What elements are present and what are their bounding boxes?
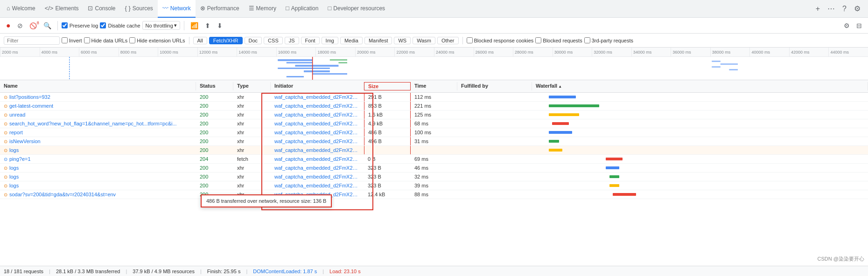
filter-doc-button[interactable]: Doc: [245, 37, 262, 44]
search-network-button[interactable]: 🔍: [41, 21, 54, 31]
header-fulfilled[interactable]: Fulfilled by: [457, 82, 532, 90]
tab-bar: ⌂ Welcome </> Elements ⊡ Console { } Sou…: [0, 0, 868, 18]
cell-name[interactable]: ⊙ isNewVersion: [0, 137, 196, 145]
table-row[interactable]: ⊙ report 200 xhr waf_captcha_embedded_d2…: [0, 128, 868, 137]
cell-name[interactable]: ⊙ list?positions=932: [0, 93, 196, 101]
network-conditions-button[interactable]: 📶: [188, 21, 201, 31]
invert-checkbox[interactable]: Invert: [62, 37, 82, 43]
table-row[interactable]: ⊙ list?positions=932 200 xhr waf_captcha…: [0, 93, 868, 102]
filter-all-button[interactable]: All: [193, 37, 207, 44]
header-initiator[interactable]: Initiator: [271, 82, 364, 90]
cell-fulfilled: [457, 110, 532, 119]
filter-ws-button[interactable]: WS: [394, 37, 411, 44]
tab-welcome[interactable]: ⌂ Welcome: [2, 0, 40, 18]
cell-name[interactable]: ⊙ get-latest-comment: [0, 102, 196, 110]
cell-name[interactable]: ⊙ logs: [0, 146, 196, 154]
ruler-tick: 10000 ms: [158, 48, 197, 57]
tab-memory[interactable]: ☰ Memory: [244, 0, 281, 18]
cell-status: 200: [196, 137, 233, 145]
focus-mode-button[interactable]: ⊟: [854, 21, 864, 31]
ruler-tick: 44000 ms: [828, 48, 868, 57]
cell-name[interactable]: ⊙ sodar?sv=200&tid=gda&tv=r20240314&st=e…: [0, 190, 196, 199]
header-status[interactable]: Status: [196, 82, 233, 90]
cell-name[interactable]: ⊙ search_hot_word?new_hot_flag=1&channel…: [0, 119, 196, 128]
import-button[interactable]: ⬆: [203, 21, 213, 31]
ruler-tick: 22000 ms: [394, 48, 434, 57]
tab-sources[interactable]: { } Sources: [120, 0, 158, 18]
tab-performance[interactable]: ⊗ Performance: [196, 0, 244, 18]
table-row[interactable]: ⊙ search_hot_word?new_hot_flag=1&channel…: [0, 119, 868, 128]
request-name: unread: [9, 112, 25, 117]
filter-manifest-button[interactable]: Manifest: [364, 37, 392, 44]
filter-img-button[interactable]: Img: [322, 37, 338, 44]
record-button[interactable]: ●: [4, 20, 13, 31]
stop-button[interactable]: ⊘: [15, 21, 25, 31]
network-icon: 〰: [162, 5, 168, 12]
filter-font-button[interactable]: Font: [301, 37, 320, 44]
tab-console[interactable]: ⊡ Console: [83, 0, 120, 18]
header-time[interactable]: Time: [411, 82, 457, 90]
table-row[interactable]: ⊙ isNewVersion 200 xhr waf_captcha_embed…: [0, 137, 868, 146]
export-button[interactable]: ⬇: [215, 21, 225, 31]
cell-name[interactable]: ⊙ logs: [0, 181, 196, 190]
third-party-requests-checkbox[interactable]: 3rd-party requests: [584, 37, 633, 43]
cell-fulfilled: [457, 190, 532, 199]
preserve-log-checkbox[interactable]: Preserve log: [62, 22, 98, 28]
table-row[interactable]: ⊙ ping?e=1 204 fetch waf_captcha_embedde…: [0, 155, 868, 164]
devtools-settings-button[interactable]: ⚙: [841, 21, 852, 31]
filter-fetchxhr-button[interactable]: Fetch/XHR: [209, 37, 243, 44]
blocked-response-cookies-checkbox[interactable]: Blocked response cookies: [467, 37, 534, 43]
ruler-tick: 14000 ms: [237, 48, 276, 57]
cell-size: 323 B: [364, 172, 411, 181]
cell-size: 323 B: [364, 164, 411, 172]
filter-wasm-button[interactable]: Wasm: [413, 37, 435, 44]
cell-name[interactable]: ⊙ unread: [0, 110, 196, 119]
filter-css-button[interactable]: CSS: [264, 37, 283, 44]
table-row[interactable]: ⊙ logs 200 xhr waf_captcha_embedded_d2Fm…: [0, 164, 868, 172]
cell-name[interactable]: ⊙ logs: [0, 172, 196, 181]
timeline-waterfall[interactable]: [0, 57, 868, 80]
tab-network[interactable]: 〰 Network: [158, 0, 196, 18]
waterfall-bar: [613, 193, 636, 196]
cell-initiator: waf_captcha_embedded_d2FmX2Nh.: [271, 128, 364, 137]
hide-extension-urls-checkbox[interactable]: Hide extension URLs: [129, 37, 185, 43]
svg-rect-4: [304, 70, 330, 72]
cell-name[interactable]: ⊙ logs: [0, 164, 196, 172]
tab-elements[interactable]: </> Elements: [40, 0, 84, 18]
tab-devresources[interactable]: □ Developer resources: [323, 0, 390, 18]
table-row[interactable]: ⊙ unread 200 xhr waf_captcha_embedded_d2…: [0, 110, 868, 119]
table-row[interactable]: ⊙ sodar?sv=200&tid=gda&tv=r20240314&st=e…: [0, 190, 868, 199]
filter-media-button[interactable]: Media: [340, 37, 363, 44]
table-row[interactable]: ⊙ logs 200 xhr waf_captcha_embedded_d2Fm…: [0, 146, 868, 155]
throttle-select[interactable]: No throttling ▾: [142, 21, 180, 30]
header-waterfall[interactable]: Waterfall: [532, 82, 868, 90]
header-size[interactable]: Size: [364, 82, 411, 90]
header-type[interactable]: Type: [233, 82, 271, 90]
cell-initiator: waf_captcha_embedded_d2FmX2Nh.: [271, 119, 364, 128]
clear-button[interactable]: 🚫8: [27, 21, 39, 31]
more-options-button[interactable]: ⋯: [826, 2, 837, 15]
cell-name[interactable]: ⊙ ping?e=1: [0, 155, 196, 163]
toolbar: ● ⊘ 🚫8 🔍 Preserve log Disable cache No t…: [0, 18, 868, 34]
disable-cache-checkbox[interactable]: Disable cache: [100, 22, 140, 28]
filter-other-button[interactable]: Other: [437, 37, 459, 44]
table-row[interactable]: ⊙ logs 200 xhr waf_captcha_embedded_d2Fm…: [0, 181, 868, 190]
cell-initiator: waf_captcha_embedded_d2FmX2Nh.: [271, 172, 364, 181]
header-name[interactable]: Name: [0, 82, 196, 90]
toolbar-separator-2: [184, 21, 184, 30]
filter-input[interactable]: [4, 36, 60, 45]
cell-name[interactable]: ⊙ report: [0, 128, 196, 137]
cell-initiator: waf_captcha_embedded_d2FmX2Nh.: [271, 155, 364, 163]
table-row[interactable]: ⊙ logs 200 xhr waf_captcha_embedded_d2Fm…: [0, 172, 868, 181]
table-row[interactable]: ⊙ get-latest-comment 200 xhr waf_captcha…: [0, 102, 868, 110]
settings-button[interactable]: ⚙: [852, 2, 862, 15]
filter-js-button[interactable]: JS: [285, 37, 299, 44]
blocked-requests-checkbox[interactable]: Blocked requests: [535, 37, 582, 43]
request-name: isNewVersion: [9, 138, 41, 144]
cell-size: [364, 146, 411, 154]
hide-data-urls-checkbox[interactable]: Hide data URLs: [84, 37, 128, 43]
cell-initiator: waf_captcha_embedded_d2FmX2Nh.: [271, 181, 364, 190]
help-button[interactable]: ?: [840, 3, 848, 15]
tab-application[interactable]: □ Application: [281, 0, 323, 18]
add-tab-button[interactable]: +: [814, 3, 822, 15]
